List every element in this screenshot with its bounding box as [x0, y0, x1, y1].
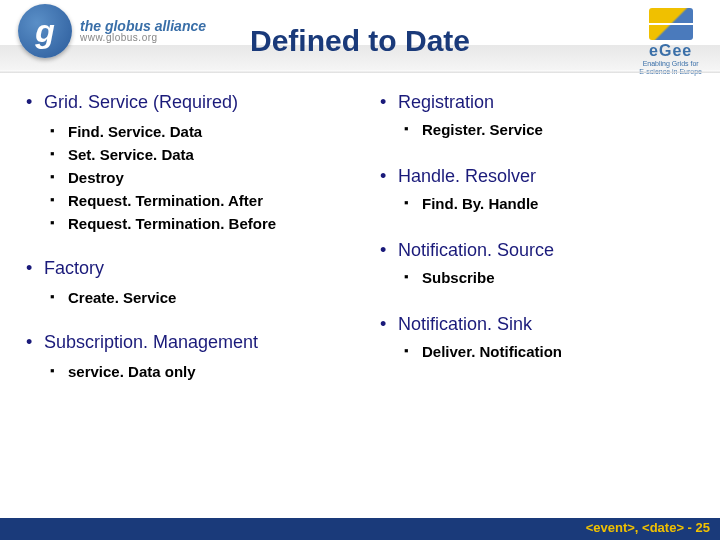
list-item: Notification. Source Subscribe [376, 240, 698, 286]
egee-logo: eGee Enabling Grids for E-science in Eur… [639, 8, 702, 75]
item-label: Grid. Service (Required) [44, 92, 238, 112]
item-label: Factory [44, 258, 104, 278]
sub-item: Set. Service. Data [44, 146, 344, 163]
sub-item: Find. Service. Data [44, 123, 344, 140]
sub-item: Request. Termination. Before [44, 215, 344, 232]
globus-line1: the globus alliance [80, 19, 206, 33]
item-label: Handle. Resolver [398, 166, 536, 186]
sub-item: Find. By. Handle [398, 195, 698, 212]
globus-icon: g [18, 4, 72, 58]
item-label: Subscription. Management [44, 332, 258, 352]
right-column: Registration Register. Service Handle. R… [344, 92, 698, 406]
globus-line2: www.globus.org [80, 33, 206, 43]
item-label: Registration [398, 92, 494, 112]
sub-item: Register. Service [398, 121, 698, 138]
left-column: Grid. Service (Required) Find. Service. … [22, 92, 344, 406]
sub-item: Subscribe [398, 269, 698, 286]
list-item: Factory Create. Service [22, 258, 344, 306]
list-item: Subscription. Management service. Data o… [22, 332, 344, 380]
list-item: Grid. Service (Required) Find. Service. … [22, 92, 344, 232]
list-item: Handle. Resolver Find. By. Handle [376, 166, 698, 212]
page-title: Defined to Date [250, 24, 470, 58]
egee-tagline: Enabling Grids for E-science in Europe [639, 60, 702, 75]
item-label: Notification. Sink [398, 314, 532, 334]
globus-logo: g the globus alliance www.globus.org [18, 4, 206, 58]
item-label: Notification. Source [398, 240, 554, 260]
sub-item: Create. Service [44, 289, 344, 306]
globus-g: g [35, 13, 55, 50]
list-item: Notification. Sink Deliver. Notification [376, 314, 698, 360]
footer-text: <event>, <date> - 25 [586, 520, 710, 535]
header: g the globus alliance www.globus.org Def… [0, 0, 720, 70]
egee-icon [649, 8, 693, 40]
sub-item: Request. Termination. After [44, 192, 344, 209]
egee-name: eGee [639, 42, 702, 60]
sub-item: Deliver. Notification [398, 343, 698, 360]
sub-item: service. Data only [44, 363, 344, 380]
footer: <event>, <date> - 25 [0, 518, 720, 540]
list-item: Registration Register. Service [376, 92, 698, 138]
content: Grid. Service (Required) Find. Service. … [0, 92, 720, 406]
sub-item: Destroy [44, 169, 344, 186]
